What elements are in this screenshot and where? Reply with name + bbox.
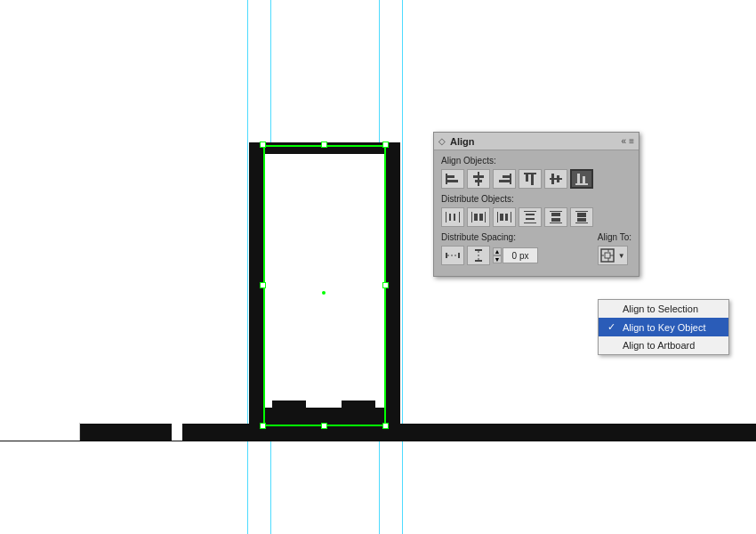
panel-title-left: ◇ Align [438, 136, 475, 147]
px-input[interactable] [503, 247, 538, 263]
align-to-artboard-item[interactable]: Align to Artboard [599, 336, 728, 354]
black-bar-horizontal [0, 424, 756, 441]
svg-rect-26 [497, 212, 498, 222]
handle-bc[interactable] [321, 423, 327, 429]
panel-title: Align [450, 136, 475, 147]
svg-rect-4 [473, 175, 484, 178]
canvas [0, 0, 756, 534]
handle-tr[interactable] [382, 142, 389, 148]
dist-bottom-v-btn[interactable] [570, 207, 593, 227]
align-center-h-btn[interactable] [467, 169, 490, 189]
handle-bl[interactable] [260, 423, 266, 429]
svg-rect-10 [526, 174, 528, 182]
align-bottom-btn[interactable] [570, 169, 593, 189]
spin-down[interactable]: ▼ [493, 255, 502, 263]
align-objects-label: Align Objects: [441, 156, 631, 166]
dist-right-btn[interactable] [493, 207, 516, 227]
align-to-dropdown[interactable]: ▼ [598, 246, 628, 265]
bottom-notch-left [272, 400, 306, 425]
panel-title-icons: « ≡ [622, 136, 634, 146]
svg-rect-36 [551, 213, 560, 216]
svg-rect-5 [475, 180, 482, 182]
svg-rect-8 [499, 180, 510, 182]
handle-tl[interactable] [260, 142, 266, 148]
svg-rect-6 [510, 174, 511, 184]
svg-rect-27 [511, 212, 511, 222]
align-objects-row [441, 169, 631, 189]
svg-rect-17 [583, 176, 585, 183]
svg-rect-40 [577, 213, 586, 217]
svg-rect-45 [475, 249, 482, 251]
white-strip-left [0, 423, 80, 441]
svg-rect-33 [526, 218, 535, 220]
collapse-icon[interactable]: « [622, 136, 627, 146]
svg-rect-15 [575, 183, 588, 185]
align-panel: ◇ Align « ≡ Align Objects: [433, 132, 639, 277]
svg-rect-25 [479, 214, 483, 221]
align-middle-v-btn[interactable] [544, 169, 567, 189]
align-to-key-object-label: Align to Key Object [623, 322, 706, 333]
bottom-notch-right [342, 400, 375, 425]
svg-rect-37 [551, 218, 560, 222]
dist-center-v-btn[interactable] [544, 207, 567, 227]
dist-top-v-btn[interactable] [519, 207, 542, 227]
align-to-selection-label: Align to Selection [623, 303, 698, 314]
distribute-spacing-label: Distribute Spacing: [441, 232, 592, 242]
panel-titlebar: ◇ Align « ≡ [434, 133, 639, 150]
align-to-label: Align To: [598, 232, 631, 242]
svg-rect-30 [524, 211, 536, 212]
guide-vertical-4 [402, 0, 403, 534]
align-right-btn[interactable] [493, 169, 516, 189]
dist-left-btn[interactable] [441, 207, 464, 227]
svg-rect-2 [447, 180, 458, 182]
svg-rect-3 [478, 172, 479, 186]
spin-up[interactable]: ▲ [493, 247, 502, 255]
svg-rect-41 [577, 218, 586, 222]
svg-rect-21 [454, 214, 455, 221]
panel-menu-icon[interactable]: ≡ [629, 136, 634, 146]
svg-rect-14 [557, 175, 559, 182]
distribute-spacing-row: ▲ ▼ [441, 246, 592, 265]
svg-rect-43 [458, 253, 460, 258]
svg-rect-19 [459, 212, 460, 222]
svg-rect-34 [550, 211, 562, 212]
svg-rect-9 [524, 173, 536, 174]
svg-rect-7 [503, 175, 510, 178]
handle-tc[interactable] [321, 142, 327, 148]
panel-body: Align Objects: [434, 150, 639, 276]
svg-rect-29 [505, 214, 508, 221]
svg-rect-35 [550, 222, 562, 223]
svg-rect-24 [474, 214, 478, 221]
handle-mr[interactable] [382, 282, 389, 288]
align-to-artboard-label: Align to Artboard [623, 340, 695, 351]
shape-inner [263, 154, 386, 408]
align-top-btn[interactable] [519, 169, 542, 189]
center-dot [322, 291, 326, 295]
spacing-v-btn[interactable] [467, 246, 490, 265]
svg-rect-39 [575, 222, 588, 223]
svg-rect-22 [471, 212, 472, 222]
svg-rect-1 [447, 175, 454, 178]
align-left-btn[interactable] [441, 169, 464, 189]
guide-vertical-1 [247, 0, 248, 534]
dist-center-h-btn[interactable] [467, 207, 490, 227]
spinner[interactable]: ▲ ▼ [493, 247, 502, 263]
svg-rect-28 [500, 214, 503, 221]
handle-br[interactable] [382, 423, 389, 429]
align-to-selection-item[interactable]: Align to Selection [599, 300, 728, 318]
svg-rect-13 [551, 174, 554, 184]
svg-rect-16 [577, 174, 580, 183]
distribute-objects-label: Distribute Objects: [441, 194, 631, 204]
align-to-menu: Align to Selection ✓ Align to Key Object… [598, 299, 729, 355]
spacing-h-btn[interactable] [441, 246, 464, 265]
align-to-key-object-item[interactable]: ✓ Align to Key Object [599, 318, 728, 336]
svg-rect-11 [531, 174, 534, 185]
handle-ml[interactable] [260, 282, 266, 288]
white-strip-right [172, 423, 182, 441]
svg-rect-32 [526, 214, 535, 215]
svg-rect-31 [524, 222, 536, 223]
key-object-checkmark: ✓ [607, 321, 618, 333]
panel-arrow-icon[interactable]: ◇ [438, 136, 446, 146]
distribute-objects-row [441, 207, 631, 227]
artboard-checkmark [607, 340, 618, 351]
